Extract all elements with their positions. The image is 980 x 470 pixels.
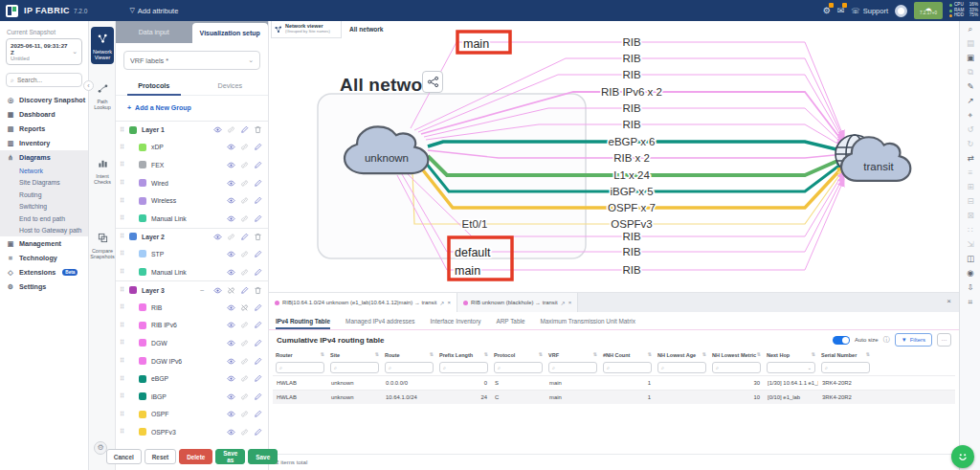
ungroup-icon[interactable]: ⊟	[960, 194, 980, 208]
eye-icon[interactable]: ◉	[960, 266, 980, 280]
sidebar-item-management[interactable]: ▣Management	[0, 236, 88, 251]
sort-icon[interactable]: ⇅	[702, 352, 706, 358]
sidebar-collapse-button[interactable]: ‹	[83, 80, 94, 91]
sort-icon[interactable]: ⇅	[866, 352, 870, 358]
sort-icon[interactable]: ⇅	[757, 352, 761, 358]
visibility-eye-icon[interactable]	[227, 250, 235, 258]
sort-icon[interactable]: ⇅	[484, 352, 488, 358]
rail-item-network-viewer[interactable]: NetworkViewer	[91, 27, 114, 64]
column-header[interactable]: NH Lowest Age⇅	[655, 348, 709, 360]
trash-icon[interactable]	[254, 286, 262, 295]
sort-icon[interactable]: ⇅	[375, 352, 379, 358]
support-button[interactable]: ☏ Support	[851, 7, 888, 15]
column-header[interactable]: NH Lowest Metric⇅	[709, 348, 764, 360]
link-icon[interactable]	[240, 428, 249, 436]
sidebar-subitem-routing[interactable]: Routing	[0, 189, 88, 201]
print-icon[interactable]: ◫	[960, 252, 980, 265]
edit-pencil-icon[interactable]	[254, 428, 262, 436]
refresh-icon[interactable]: ⇄	[960, 151, 980, 165]
drag-handle[interactable]: ⠿	[120, 268, 127, 276]
sidebar-item-diagrams[interactable]: ⋔Diagrams	[0, 150, 88, 165]
visibility-eye-icon[interactable]	[227, 196, 235, 205]
sidebar-subitem-network[interactable]: Network	[0, 165, 88, 177]
visibility-eye-icon[interactable]	[227, 428, 235, 436]
edit-pencil-icon[interactable]	[254, 143, 262, 151]
trash-icon[interactable]	[254, 233, 262, 241]
save-as-button[interactable]: Save as	[215, 449, 245, 464]
sort-icon[interactable]: ⇅	[539, 352, 543, 358]
sidebar-subitem-host-to-gateway-path[interactable]: Host to Gateway path	[0, 225, 88, 237]
messages-icon[interactable]: ✉	[837, 6, 845, 15]
visibility-eye-icon[interactable]	[227, 321, 235, 329]
rail-item-intent-checks[interactable]: IntentChecks	[91, 155, 114, 185]
sidebar-subitem-site-diagrams[interactable]: Site Diagrams	[0, 177, 88, 190]
table-row[interactable]: HWLABunknown10.64.1.0/2424Cmain110[0/10]…	[273, 390, 955, 404]
settings-notifications-icon[interactable]: ⚙	[823, 6, 831, 15]
drag-handle[interactable]: ⠿	[120, 357, 127, 365]
auto-size-toggle[interactable]	[833, 336, 850, 345]
column-header[interactable]: Site⇅	[327, 348, 382, 360]
redo-icon[interactable]: ↻	[960, 137, 980, 150]
sidebar-item-extensions[interactable]: ◇ExtensionsBeta	[0, 265, 88, 280]
add-attribute-button[interactable]: ▽ Add attribute	[129, 7, 178, 15]
drag-handle[interactable]: ⠿	[120, 250, 127, 257]
next-hop-filter-select[interactable]: ⌄	[767, 362, 815, 373]
column-header[interactable]: Serial Number⇅	[818, 348, 873, 360]
group-icon[interactable]: ⊞	[960, 180, 980, 193]
sidebar-item-inventory[interactable]: ▥Inventory	[0, 136, 88, 150]
link-icon[interactable]	[240, 196, 249, 205]
cancel-button[interactable]: Cancel	[106, 449, 142, 464]
edit-pencil-icon[interactable]	[254, 179, 262, 188]
chat-widget-button[interactable]	[951, 445, 974, 468]
close-tab-icon[interactable]: ×	[447, 300, 451, 305]
drag-handle[interactable]: ⠿	[120, 233, 127, 240]
column-header[interactable]: Next Hop⇅	[764, 348, 818, 360]
link-icon[interactable]	[240, 250, 249, 258]
copy-icon[interactable]: ⧉	[960, 65, 980, 78]
search-icon[interactable]: ⌕	[960, 22, 980, 35]
drag-handle[interactable]: ⠿	[120, 214, 127, 222]
tab-visualization-setup[interactable]: Visualization setup	[192, 23, 269, 43]
edit-pencil-icon[interactable]	[254, 196, 262, 205]
sidebar-subitem-switching[interactable]: Switching	[0, 201, 88, 213]
open-in-new-icon[interactable]: ↗	[439, 300, 444, 306]
drag-handle[interactable]: ⠿	[120, 303, 127, 311]
expand-site-button[interactable]	[422, 71, 443, 93]
sidebar-item-reports[interactable]: ▤Reports	[0, 122, 88, 136]
sort-icon[interactable]: ⇅	[321, 352, 324, 358]
edit-pencil-icon[interactable]	[254, 214, 262, 223]
table-tab-arp-table[interactable]: ARP Table	[496, 318, 524, 325]
link-icon[interactable]	[240, 374, 249, 383]
undo-icon[interactable]: ↺	[960, 123, 980, 136]
table-tab-interface-inventory[interactable]: Interface Inventory	[431, 318, 481, 325]
sort-icon[interactable]: ⇅	[593, 352, 597, 358]
visibility-eye-icon[interactable]	[213, 125, 222, 134]
column-filter-input[interactable]: ⌕	[603, 362, 652, 373]
table-tab-maximum-transmission-unit-matrix[interactable]: Maximum Transmission Unit Matrix	[540, 318, 635, 325]
link-icon[interactable]	[240, 339, 249, 347]
drag-handle[interactable]: ⠿	[120, 322, 127, 329]
version-badge[interactable]: ☁ 7.2.17+0	[914, 2, 943, 19]
more-options-button[interactable]: ···	[937, 333, 951, 347]
column-filter-input[interactable]: ⌕	[712, 362, 761, 373]
edit-pencil-icon[interactable]	[254, 410, 262, 418]
search-input[interactable]	[17, 77, 75, 83]
fit-icon[interactable]: ⇲	[960, 237, 980, 251]
folder-icon[interactable]: ▤	[960, 36, 980, 50]
network-viewer-tab[interactable]: Network viewer (Grouped by Site names)	[271, 21, 342, 38]
visibility-eye-icon[interactable]	[227, 410, 235, 418]
align-icon[interactable]: ∷	[960, 223, 980, 236]
delete-button[interactable]: Delete	[179, 449, 212, 464]
topology-canvas[interactable]: unknowntransitRIBRIBRIBRIB IPv6 x 2RIBRI…	[269, 21, 959, 292]
link-icon[interactable]	[240, 410, 249, 418]
column-filter-input[interactable]: ⌕	[276, 362, 324, 373]
column-filter-input[interactable]: ⌕	[821, 362, 870, 373]
column-filter-input[interactable]: ⌕	[657, 362, 706, 373]
tab-data-input[interactable]: Data input	[116, 21, 192, 43]
filters-button[interactable]: ▼ Filters	[895, 333, 932, 347]
visibility-eye-icon[interactable]	[227, 268, 235, 277]
visibility-eye-icon[interactable]	[227, 161, 235, 169]
rail-item-compare-snapshots[interactable]: CompareSnapshots	[91, 230, 114, 259]
drag-handle[interactable]: ⠿	[120, 286, 127, 294]
sidebar-item-discovery-snapshot[interactable]: ◎Discovery Snapshot	[0, 93, 88, 107]
